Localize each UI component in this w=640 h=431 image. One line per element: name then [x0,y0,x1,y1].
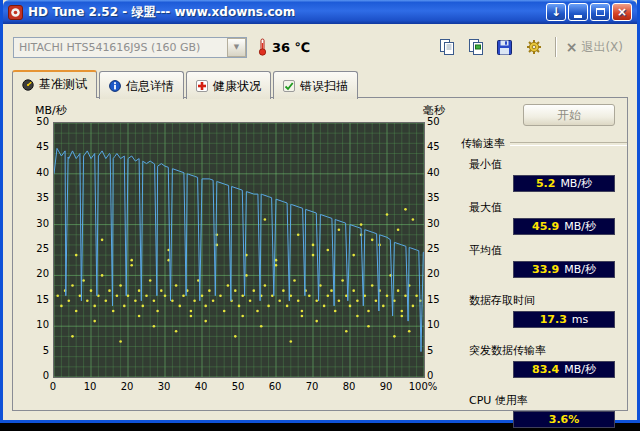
metric-cpu-usage: CPU 使用率 3.6% [469,393,615,428]
copy-button[interactable] [435,36,459,58]
metric-average-label: 平均值 [469,243,615,258]
copy-icon [438,38,456,56]
benchmark-icon [22,79,34,91]
transfer-rate-group-label: 传输速率 [461,136,505,151]
exit-x-icon: × [566,39,578,55]
hdtune-window: HD Tune 2.52 - 绿盟--- www.xdowns.com ↓ × … [0,0,640,423]
metric-maximum-value-box: 45.9 MB/秒 [513,218,615,235]
options-button[interactable] [522,36,546,58]
toolbar-separator [555,37,557,57]
tab-benchmark-label: 基准测试 [39,76,87,93]
temperature-indicator: 36 ℃ [257,38,310,56]
close-icon: × [617,5,627,19]
metric-cpu-usage-value-box: 3.6% [513,411,615,428]
metric-minimum-value-box: 5.2 MB/秒 [513,175,615,192]
save-icon [496,39,513,56]
tab-health[interactable]: 健康状况 [186,71,271,99]
tab-health-label: 健康状况 [213,78,261,95]
group-rule [510,142,627,146]
window-title: HD Tune 2.52 - 绿盟--- www.xdowns.com [28,4,295,21]
screenshot-root: HD Tune 2.52 - 绿盟--- www.xdowns.com ↓ × … [0,0,640,431]
exit-label: 退出(X) [581,39,623,56]
tab-benchmark[interactable]: 基准测试 [12,70,97,98]
metric-minimum-label: 最小值 [469,157,615,172]
thermometer-icon [257,38,268,56]
toolbar: HITACHI HTS541616J9S (160 GB) ▼ 36 ℃ [3,24,637,67]
benchmark-plot-svg [54,123,424,377]
metric-cpu-usage-label: CPU 使用率 [469,393,615,408]
maximize-icon [596,8,605,16]
close-button[interactable]: × [612,3,632,21]
benchmark-chart: MB/秒 毫秒 05101520253035404550 05101520253… [19,100,455,406]
exit-button[interactable]: × 退出(X) [566,39,623,56]
results-panel: 开始 传输速率 最小值 5.2 MB/秒 最大值 45.9 M [457,102,631,431]
metric-access-time: 数据存取时间 17.3 ms [469,293,615,328]
tab-info[interactable]: 信息详情 [99,71,184,99]
metric-minimum: 最小值 5.2 MB/秒 [469,157,615,192]
metric-burst-rate-label: 突发数据传输率 [469,343,615,358]
tab-bar: 基准测试 信息详情 健康状况 错误扫描 [3,69,637,97]
metric-average: 平均值 33.9 MB/秒 [469,243,615,278]
copy-image-icon [467,38,485,56]
metric-access-time-value-box: 17.3 ms [513,311,615,328]
benchmark-panel: MB/秒 毫秒 05101520253035404550 05101520253… [12,97,628,411]
drive-select[interactable]: HITACHI HTS541616J9S (160 GB) ▼ [13,37,247,58]
download-button[interactable]: ↓ [546,3,566,21]
save-button[interactable] [493,36,517,58]
start-button[interactable]: 开始 [523,104,615,126]
tab-info-label: 信息详情 [126,78,174,95]
temperature-value: 36 ℃ [272,40,310,55]
tab-error-scan[interactable]: 错误扫描 [273,71,358,99]
titlebar: HD Tune 2.52 - 绿盟--- www.xdowns.com ↓ × [3,0,637,24]
checkmark-icon [283,80,295,92]
metric-maximum: 最大值 45.9 MB/秒 [469,200,615,235]
tab-error-scan-label: 错误扫描 [300,78,348,95]
maximize-button[interactable] [590,3,610,21]
minimize-icon [574,15,582,18]
health-cross-icon [196,80,208,92]
metric-burst-rate-value-box: 83.4 MB/秒 [513,361,615,378]
copy-image-button[interactable] [464,36,488,58]
app-icon [8,5,23,20]
drive-select-value: HITACHI HTS541616J9S (160 GB) [19,41,200,54]
metric-burst-rate: 突发数据传输率 83.4 MB/秒 [469,343,615,378]
metric-average-value-box: 33.9 MB/秒 [513,261,615,278]
plot-area [53,122,425,378]
metric-maximum-label: 最大值 [469,200,615,215]
chevron-down-icon[interactable]: ▼ [227,38,246,57]
metric-access-time-label: 数据存取时间 [469,293,615,308]
transfer-rate-group-header: 传输速率 [461,136,627,151]
info-icon [109,80,121,92]
download-icon: ↓ [551,5,561,19]
minimize-button[interactable] [568,3,588,21]
gear-icon [525,38,543,56]
